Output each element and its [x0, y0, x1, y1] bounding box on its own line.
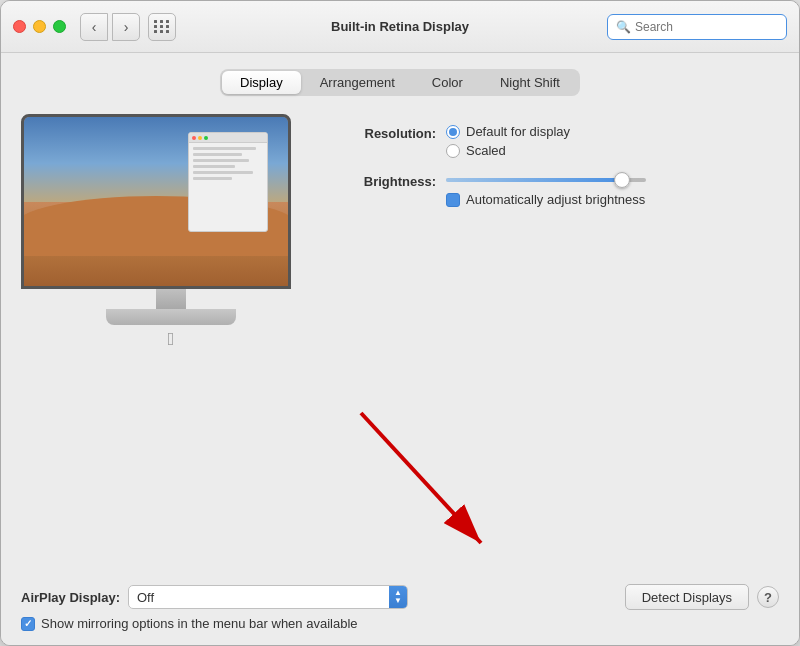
- settings-panel: Resolution: Default for display Scaled: [341, 114, 779, 584]
- checkbox-checkmark-icon: ✓: [24, 619, 32, 629]
- auto-brightness-row: Automatically adjust brightness: [446, 192, 646, 207]
- airplay-label: AirPlay Display:: [21, 590, 120, 605]
- brightness-row: Brightness:: [341, 172, 779, 207]
- select-arrows-icon: ▲ ▼: [389, 586, 407, 608]
- mirroring-row: ✓ Show mirroring options in the menu bar…: [21, 616, 779, 633]
- brightness-thumb[interactable]: [614, 172, 630, 188]
- tab-color[interactable]: Color: [414, 71, 481, 94]
- bottom-section: AirPlay Display: Off ▲ ▼ Detect Displays…: [21, 584, 779, 633]
- airplay-select[interactable]: Off ▲ ▼: [128, 585, 408, 609]
- mirroring-label: Show mirroring options in the menu bar w…: [41, 616, 358, 631]
- tab-night-shift[interactable]: Night Shift: [482, 71, 578, 94]
- screen-line: [193, 165, 235, 168]
- screen-line: [193, 147, 256, 150]
- radio-inner-dot: [449, 128, 457, 136]
- screen-window-bar: [189, 133, 267, 143]
- brightness-controls: Automatically adjust brightness: [446, 172, 646, 207]
- search-input[interactable]: [635, 20, 778, 34]
- resolution-default-option[interactable]: Default for display: [446, 124, 570, 139]
- back-button[interactable]: ‹: [80, 13, 108, 41]
- search-box[interactable]: 🔍: [607, 14, 787, 40]
- screen-dot-red: [192, 136, 196, 140]
- back-icon: ‹: [92, 19, 97, 35]
- monitor-preview: : [21, 114, 321, 584]
- traffic-lights: [13, 20, 66, 33]
- forward-icon: ›: [124, 19, 129, 35]
- screen-line: [193, 159, 249, 162]
- mirroring-checkbox[interactable]: ✓: [21, 617, 35, 631]
- auto-brightness-label: Automatically adjust brightness: [466, 192, 645, 207]
- select-down-icon: ▼: [394, 597, 402, 605]
- screen-dot-green: [204, 136, 208, 140]
- minimize-button[interactable]: [33, 20, 46, 33]
- monitor-stand-neck: [156, 289, 186, 309]
- screen-line: [193, 153, 242, 156]
- search-icon: 🔍: [616, 20, 631, 34]
- tab-arrangement[interactable]: Arrangement: [302, 71, 413, 94]
- resolution-label: Resolution:: [341, 124, 436, 141]
- tab-display[interactable]: Display: [222, 71, 301, 94]
- tabs-container: Display Arrangement Color Night Shift: [21, 69, 779, 96]
- airplay-row: AirPlay Display: Off ▲ ▼ Detect Displays…: [21, 584, 779, 610]
- resolution-controls: Default for display Scaled: [446, 124, 570, 158]
- resolution-default-label: Default for display: [466, 124, 570, 139]
- window-title: Built-in Retina Display: [331, 19, 469, 34]
- brightness-track: [446, 178, 646, 182]
- resolution-scaled-label: Scaled: [466, 143, 506, 158]
- nav-buttons: ‹ ›: [80, 13, 140, 41]
- detect-displays-button[interactable]: Detect Displays: [625, 584, 749, 610]
- screen-window-content: [189, 143, 267, 187]
- monitor-body: [21, 114, 291, 289]
- brightness-slider-row: [446, 172, 646, 188]
- tabs: Display Arrangement Color Night Shift: [220, 69, 580, 96]
- auto-brightness-checkbox[interactable]: [446, 193, 460, 207]
- monitor-screen: [24, 117, 288, 286]
- brightness-label: Brightness:: [341, 172, 436, 189]
- resolution-scaled-radio[interactable]: [446, 144, 460, 158]
- grid-button[interactable]: [148, 13, 176, 41]
- monitor-brand: : [21, 329, 321, 350]
- screen-dot-yellow: [198, 136, 202, 140]
- close-button[interactable]: [13, 20, 26, 33]
- brightness-slider-container[interactable]: [446, 172, 646, 188]
- brightness-fill: [446, 178, 622, 182]
- resolution-scaled-option[interactable]: Scaled: [446, 143, 570, 158]
- apple-logo-icon: : [168, 329, 175, 350]
- resolution-row: Resolution: Default for display Scaled: [341, 124, 779, 158]
- titlebar: ‹ › Built-in Retina Display 🔍: [1, 1, 799, 53]
- forward-button[interactable]: ›: [112, 13, 140, 41]
- content-area: Display Arrangement Color Night Shift: [1, 53, 799, 645]
- main-panel:  Resolution: Default for display: [21, 114, 779, 584]
- maximize-button[interactable]: [53, 20, 66, 33]
- main-window: ‹ › Built-in Retina Display 🔍 Display Ar…: [0, 0, 800, 646]
- bottom-right: Detect Displays ?: [625, 584, 779, 610]
- screen-window: [188, 132, 268, 232]
- help-button[interactable]: ?: [757, 586, 779, 608]
- airplay-value: Off: [137, 590, 399, 605]
- monitor-stand-base: [106, 309, 236, 325]
- resolution-default-radio[interactable]: [446, 125, 460, 139]
- bottom-rows: AirPlay Display: Off ▲ ▼ Detect Displays…: [21, 584, 779, 633]
- grid-icon: [154, 20, 170, 33]
- screen-line: [193, 177, 232, 180]
- screen-line: [193, 171, 253, 174]
